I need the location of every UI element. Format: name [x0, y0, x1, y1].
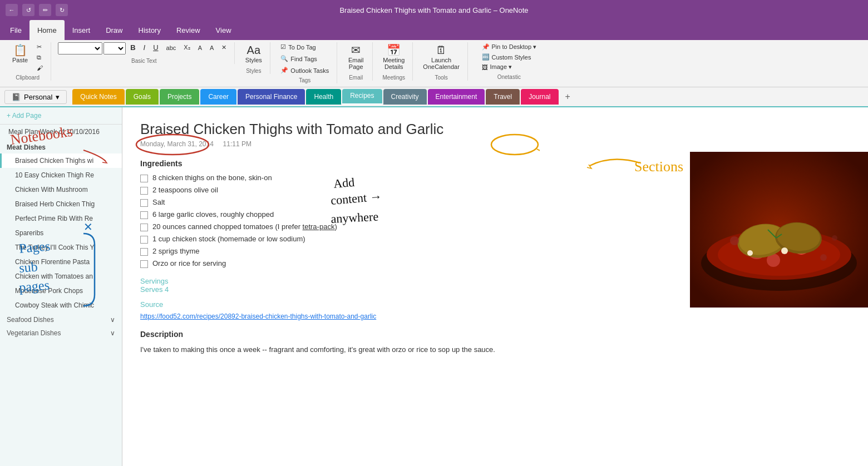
notebook-chevron: ▾: [56, 93, 60, 101]
cut-button[interactable]: ✂: [33, 42, 46, 52]
bold-button[interactable]: B: [127, 42, 139, 53]
clear-format-button[interactable]: ✕: [218, 43, 230, 52]
page-group-vegetarian[interactable]: Vegetarian Dishes ∨: [0, 326, 122, 339]
page-item-spareribs[interactable]: Spareribs: [0, 226, 122, 240]
custom-styles-button[interactable]: 🔤 Custom Styles: [479, 52, 535, 62]
pen-button[interactable]: ✏: [39, 4, 51, 16]
back-button[interactable]: ←: [6, 4, 18, 16]
date-value: Monday, March 31, 2014: [140, 140, 214, 148]
checkbox-5[interactable]: [140, 224, 148, 231]
section-tab-creativity[interactable]: Creativity: [383, 89, 427, 105]
checkbox-7[interactable]: [140, 248, 148, 256]
section-tab-journal[interactable]: Journal: [521, 89, 558, 105]
checkbox-2[interactable]: [140, 187, 148, 195]
ribbon-group-meetings: 📅 MeetingDetails Meetings: [375, 42, 413, 81]
section-tab-entertainment[interactable]: Entertainment: [428, 89, 485, 105]
checkbox-3[interactable]: [140, 199, 148, 207]
email-page-button[interactable]: ✉ EmailPage: [345, 42, 367, 72]
page-item-chicken-florentine[interactable]: Chicken Florentine Pasta: [0, 255, 122, 269]
section-tab-career[interactable]: Career: [200, 89, 236, 105]
italic-button[interactable]: I: [140, 42, 149, 53]
notebook-selector[interactable]: 📓 Personal ▾: [4, 90, 67, 104]
section-tab-travel[interactable]: Travel: [486, 89, 520, 105]
styles-label: Styles: [245, 57, 262, 63]
underline-button[interactable]: U: [150, 42, 161, 53]
menu-history[interactable]: History: [131, 20, 169, 40]
description-text: I've taken to making this once a week --…: [140, 344, 850, 356]
styles-content: Aa Styles: [242, 42, 265, 66]
page-item-braised-chicken[interactable]: Braised Chicken Thighs wi: [0, 153, 122, 168]
page-item-prime-rib[interactable]: Perfect Prime Rib With Re: [0, 211, 122, 226]
styles-button[interactable]: Aa Styles: [242, 42, 265, 66]
page-group-meat-dishes[interactable]: Meat Dishes: [0, 139, 122, 153]
description-heading: Description: [140, 330, 850, 339]
email-content: ✉ EmailPage: [345, 42, 367, 72]
styles-icon: Aa: [247, 44, 260, 56]
menu-draw[interactable]: Draw: [98, 20, 130, 40]
add-page-button[interactable]: + Add Page: [0, 107, 122, 125]
section-tab-projects[interactable]: Projects: [160, 89, 199, 105]
checkbox-8[interactable]: [140, 260, 148, 268]
page-item-meal-plan[interactable]: Meal Plan Week of 10/10/2016: [0, 125, 122, 139]
checkbox-6[interactable]: [140, 236, 148, 244]
find-tags-button[interactable]: 🔍 Find Tags: [277, 54, 320, 63]
font-size-select[interactable]: [103, 42, 126, 54]
title-bar-controls[interactable]: ← ↺ ✏ ↻: [6, 4, 68, 16]
copy-button[interactable]: ⧉: [33, 53, 46, 62]
ribbon-group-clipboard: 📋 Paste ✂ ⧉ 🖌 Clipboard: [4, 42, 51, 81]
pin-desktop-button[interactable]: 📌 Pin to Desktop ▾: [479, 42, 540, 52]
section-tab-health[interactable]: Health: [306, 89, 341, 105]
page-item-easy-chicken[interactable]: 10 Easy Chicken Thigh Re: [0, 168, 122, 182]
page-item-chicken-mushroom[interactable]: Chicken With Mushroom: [0, 182, 122, 197]
tools-label: Tools: [435, 75, 447, 81]
menu-review[interactable]: Review: [169, 20, 208, 40]
find-tags-icon: 🔍: [280, 55, 288, 62]
menu-home[interactable]: Home: [29, 20, 65, 40]
section-tab-quicknotes[interactable]: Quick Notes: [72, 89, 124, 105]
source-link[interactable]: https://food52.com/recipes/20892-braised…: [140, 313, 376, 320]
ribbon-group-email: ✉ EmailPage Email: [339, 42, 373, 81]
description-section: Description I've taken to making this on…: [140, 330, 850, 356]
section-tab-goals[interactable]: Goals: [126, 89, 159, 105]
strikethrough-button[interactable]: abc: [163, 43, 180, 52]
chevron-down-icon-2: ∨: [110, 329, 115, 337]
basic-text-content: B I U abc X₂ A A ✕: [58, 42, 230, 56]
paste-label: Paste: [12, 57, 28, 63]
add-content-annotation: Add content → anywhere: [328, 174, 440, 243]
highlight-button[interactable]: A: [195, 43, 205, 52]
checkbox-1[interactable]: [140, 175, 148, 182]
food-illustration: [690, 152, 868, 308]
meeting-icon: 📅: [387, 44, 401, 56]
cut-icon: ✂: [37, 43, 42, 51]
outlook-icon: 📌: [280, 67, 288, 74]
section-tab-personal-finance[interactable]: Personal Finance: [238, 89, 305, 105]
page-item-cowboy-steak[interactable]: Cowboy Steak with Chimic: [0, 298, 122, 313]
undo-button[interactable]: ↺: [22, 4, 34, 16]
checkbox-4[interactable]: [140, 211, 148, 219]
font-color-button[interactable]: A: [206, 43, 217, 52]
launch-calendar-button[interactable]: 🗓 LaunchOneCalendar: [420, 42, 462, 72]
font-family-select[interactable]: [58, 42, 102, 54]
menu-bar: File Home Insert Draw History Review Vie…: [0, 20, 868, 40]
meetings-label: Meetings: [383, 75, 406, 81]
page-group-seafood[interactable]: Seafood Dishes ∨: [0, 313, 122, 326]
menu-file[interactable]: File: [2, 20, 29, 40]
section-tab-recipes[interactable]: Recipes: [342, 89, 382, 105]
todo-tag-button[interactable]: ☑ To Do Tag: [277, 42, 319, 52]
redo-button[interactable]: ↻: [56, 4, 68, 16]
paste-button[interactable]: 📋 Paste: [9, 42, 31, 66]
format-painter-button[interactable]: 🖌: [33, 63, 46, 72]
menu-insert[interactable]: Insert: [65, 20, 98, 40]
image-button[interactable]: 🖼 Image ▾: [479, 62, 516, 72]
subscript-button[interactable]: X₂: [180, 43, 193, 52]
meeting-details-button[interactable]: 📅 MeetingDetails: [379, 42, 408, 72]
page-item-chicken-tomatoes[interactable]: Chicken with Tomatoes an: [0, 269, 122, 284]
basic-text-label: Basic Text: [131, 58, 156, 64]
page-item-turkey[interactable]: The Turkey I'll Cook This Y: [0, 240, 122, 255]
menu-view[interactable]: View: [208, 20, 239, 40]
page-item-pork-chops[interactable]: Modenese Pork Chops: [0, 284, 122, 298]
outlook-tasks-button[interactable]: 📌 Outlook Tasks: [277, 66, 332, 75]
tags-content: ☑ To Do Tag 🔍 Find Tags 📌 Outlook Tasks: [277, 42, 332, 75]
page-item-braised-herb[interactable]: Braised Herb Chicken Thig: [0, 197, 122, 211]
add-section-button[interactable]: +: [560, 90, 576, 104]
